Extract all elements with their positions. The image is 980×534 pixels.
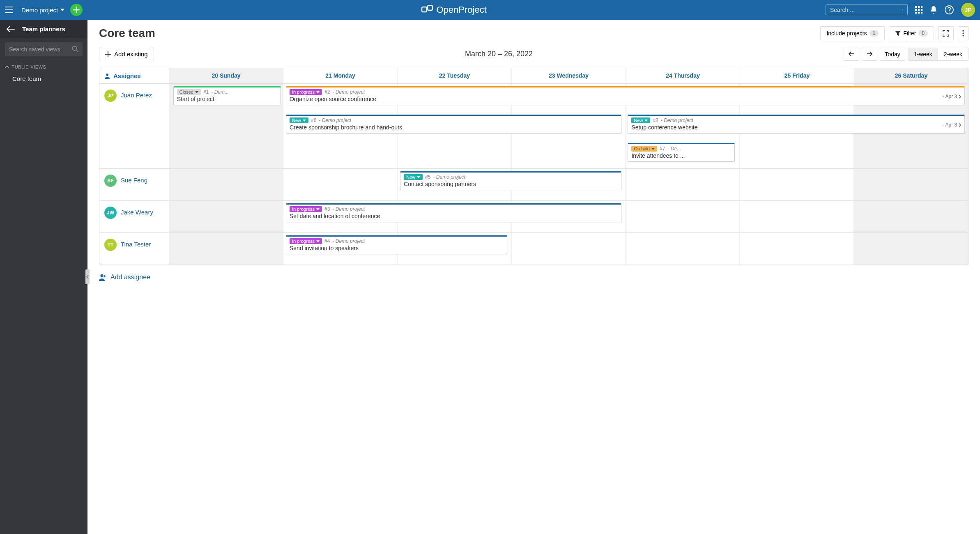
plus-icon [105, 51, 111, 57]
add-existing-button[interactable]: Add existing [99, 47, 154, 61]
filter-icon [895, 30, 901, 36]
status-badge[interactable]: On hold [631, 146, 657, 152]
include-projects-button[interactable]: Include projects 1 [820, 26, 885, 40]
row-assignee[interactable]: SFSue Feng [99, 169, 169, 200]
fullscreen-button[interactable] [938, 26, 954, 40]
cards-layer: New #5- Demo projectContact sponsoring p… [169, 169, 968, 200]
project-selector[interactable]: Demo project [21, 7, 64, 14]
today-button[interactable]: Today [880, 48, 905, 61]
logo[interactable]: OpenProject [83, 5, 826, 15]
work-package-card[interactable]: In progress #4- Demo projectSend invitat… [286, 235, 507, 254]
card-id: #7 [660, 146, 665, 152]
planner-row: JWJake WearyIn progress #3- Demo project… [99, 201, 968, 233]
assignee-avatar: TT [104, 239, 117, 251]
day-header: 25 Friday [740, 68, 854, 83]
day-header: 24 Thursday [626, 68, 740, 83]
page-title: Core team [99, 27, 155, 40]
prev-button[interactable] [844, 48, 859, 61]
svg-rect-1 [428, 5, 432, 10]
assignee-avatar: SF [104, 175, 117, 187]
svg-point-15 [962, 30, 964, 32]
card-id: #3 [324, 206, 330, 212]
work-package-card[interactable]: New #5- Demo projectContact sponsoring p… [400, 171, 621, 190]
menu-icon[interactable] [5, 7, 16, 13]
topbar-left: Demo project [5, 4, 83, 16]
sidebar-collapse-handle[interactable] [85, 269, 90, 284]
card-project: - De... [667, 146, 681, 152]
topbar: Demo project OpenProject JP [0, 0, 980, 20]
sidebar-section-public-views[interactable]: PUBLIC VIEWS [0, 60, 87, 71]
assignee-name: Jake Weary [121, 209, 153, 216]
add-person-icon [99, 274, 106, 281]
svg-rect-7 [918, 9, 920, 11]
one-week-button[interactable]: 1-week [908, 48, 938, 60]
person-icon [104, 73, 110, 79]
card-title: Set date and location of conference [290, 213, 618, 219]
card-title: Invite attendees to ... [631, 152, 731, 159]
work-package-card[interactable]: Closed #1- Dem...Start of project [173, 86, 281, 105]
status-badge[interactable]: New [631, 117, 650, 123]
sidebar-item[interactable]: Core team [0, 71, 87, 86]
avatar-initials: JP [964, 7, 971, 13]
sidebar-back[interactable]: Team planners [0, 20, 87, 38]
card-title: Send invitation to speakers [290, 245, 504, 251]
planner-row: SFSue FengNew #5- Demo projectContact sp… [99, 169, 968, 201]
day-header: 20 Sunday [169, 68, 283, 83]
svg-rect-0 [422, 7, 427, 12]
card-id: #5 [425, 174, 430, 180]
global-search[interactable] [826, 5, 908, 15]
planner-row: JPJuan PerezClosed #1- Dem...Start of pr… [99, 84, 968, 169]
card-meta: In progress #2- Demo project [290, 89, 961, 95]
plus-icon [73, 7, 80, 13]
status-badge[interactable]: Closed [177, 89, 201, 95]
status-badge[interactable]: New [404, 174, 423, 180]
cards-layer: Closed #1- Dem...Start of projectIn prog… [169, 84, 968, 168]
card-meta: On hold #7- De... [631, 146, 731, 152]
work-package-card[interactable]: New #6- Demo projectCreate sponsorship b… [286, 115, 621, 134]
filter-button[interactable]: Filter 0 [889, 26, 934, 40]
row-assignee[interactable]: JWJake Weary [99, 201, 169, 232]
apps-icon[interactable] [915, 6, 922, 14]
card-title: Start of project [177, 96, 278, 102]
work-package-card[interactable]: In progress #2- Demo projectOrganize ope… [286, 86, 965, 105]
card-project: - Demo project [332, 238, 365, 244]
two-week-button[interactable]: 2-week [938, 48, 968, 60]
create-button[interactable] [70, 4, 83, 16]
svg-point-14 [73, 46, 77, 51]
work-package-card[interactable]: On hold #7- De...Invite attendees to ... [628, 143, 735, 162]
work-package-card[interactable]: In progress #3- Demo projectSet date and… [286, 203, 621, 222]
card-project: - Demo project [332, 89, 365, 95]
sidebar-search-input[interactable] [5, 42, 83, 56]
caret-down-icon [60, 9, 64, 11]
assignee-avatar: JP [104, 90, 117, 102]
status-badge[interactable]: In progress [290, 89, 322, 95]
svg-rect-8 [921, 9, 922, 11]
bell-icon[interactable] [930, 6, 937, 14]
user-avatar[interactable]: JP [961, 3, 975, 17]
row-assignee[interactable]: TTTina Tester [99, 233, 169, 265]
card-extends-indicator: - Apr 3 [943, 94, 961, 99]
next-button[interactable] [862, 48, 877, 61]
add-assignee-button[interactable]: Add assignee [87, 271, 980, 289]
status-badge[interactable]: In progress [290, 238, 322, 244]
include-projects-count: 1 [870, 30, 879, 37]
row-assignee[interactable]: JPJuan Perez [99, 84, 169, 168]
filter-count: 0 [918, 30, 928, 37]
help-icon[interactable] [945, 5, 954, 14]
svg-rect-11 [921, 12, 922, 14]
status-badge[interactable]: New [290, 117, 308, 123]
logo-icon [421, 5, 433, 15]
day-header: 21 Monday [283, 68, 398, 83]
work-package-card[interactable]: New #8- Demo projectSetup conference web… [628, 115, 965, 134]
search-input[interactable] [830, 7, 902, 13]
card-project: - Demo project [433, 174, 465, 180]
more-menu-button[interactable] [958, 26, 968, 40]
card-id: #6 [311, 117, 316, 123]
status-badge[interactable]: In progress [290, 206, 322, 212]
card-project: - Demo project [661, 117, 693, 123]
topbar-right: JP [826, 3, 975, 17]
card-id: #1 [203, 89, 209, 95]
sidebar-section-label: PUBLIC VIEWS [12, 64, 46, 69]
svg-rect-4 [918, 6, 920, 8]
search-icon [72, 46, 78, 52]
